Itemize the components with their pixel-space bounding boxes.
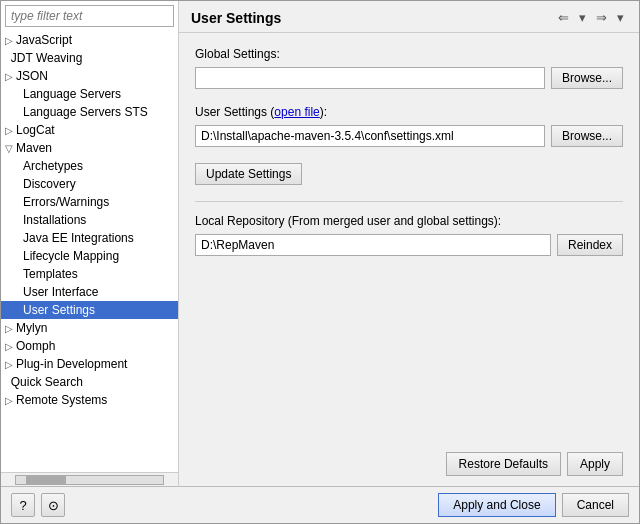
dialog-body: ▷ JavaScript JDT Weaving ▷ JSON Language… [1,1,639,486]
footer-row: ? ⊙ Apply and Close Cancel [1,486,639,523]
user-settings-section: User Settings (open file): Browse... [195,105,623,147]
sidebar-item-label: Plug-in Development [16,357,127,371]
sidebar-item-label: Quick Search [11,375,83,389]
sidebar-item-label: JavaScript [16,33,72,47]
arrow-icon: ▷ [5,323,13,334]
sidebar-item-installations[interactable]: Installations [1,211,178,229]
sidebar-item-javascript[interactable]: ▷ JavaScript [1,31,178,49]
sidebar-item-label: Language Servers [23,87,121,101]
horizontal-scrollbar[interactable] [1,472,178,486]
arrow-icon: ▷ [5,35,13,46]
user-settings-label-text: User Settings ( [195,105,274,119]
global-settings-row: Browse... [195,67,623,89]
sidebar-item-label: Installations [23,213,86,227]
scrollbar-thumb[interactable] [26,476,66,484]
bottom-actions: Restore Defaults Apply [179,446,639,486]
arrow-icon: ▷ [5,395,13,406]
sidebar-item-label: Mylyn [16,321,47,335]
sidebar-item-label: Java EE Integrations [23,231,134,245]
cancel-button[interactable]: Cancel [562,493,629,517]
user-settings-input[interactable] [195,125,545,147]
restore-defaults-button[interactable]: Restore Defaults [446,452,561,476]
sidebar-item-json[interactable]: ▷ JSON [1,67,178,85]
sidebar-item-templates[interactable]: Templates [1,265,178,283]
sidebar-item-oomph[interactable]: ▷ Oomph [1,337,178,355]
sidebar-item-label: Archetypes [23,159,83,173]
local-repo-label: Local Repository (From merged user and g… [195,214,623,228]
sidebar-item-label: Language Servers STS [23,105,148,119]
info-button[interactable]: ⊙ [41,493,65,517]
sidebar-item-label: Maven [16,141,52,155]
sidebar-item-label: Remote Systems [16,393,107,407]
arrow-icon [5,53,8,64]
dropdown-icon[interactable]: ▾ [576,9,589,26]
sidebar-item-lifecycle-mapping[interactable]: Lifecycle Mapping [1,247,178,265]
sidebar-item-plug-in-development[interactable]: ▷ Plug-in Development [1,355,178,373]
content-area: User Settings ⇐ ▾ ⇒ ▾ Global Settings: B… [179,1,639,486]
footer-left: ? ⊙ [11,493,65,517]
arrow-icon: ▽ [5,143,13,154]
content-header: User Settings ⇐ ▾ ⇒ ▾ [179,1,639,33]
sidebar-item-label: Templates [23,267,78,281]
sidebar-item-errors-warnings[interactable]: Errors/Warnings [1,193,178,211]
filter-input[interactable] [5,5,174,27]
sidebar-item-label: JSON [16,69,48,83]
sidebar-item-label: JDT Weaving [11,51,83,65]
sidebar-item-mylyn[interactable]: ▷ Mylyn [1,319,178,337]
sidebar-item-archetypes[interactable]: Archetypes [1,157,178,175]
global-settings-input[interactable] [195,67,545,89]
page-title: User Settings [191,10,281,26]
reindex-button[interactable]: Reindex [557,234,623,256]
sidebar-item-java-ee-integration[interactable]: Java EE Integrations [1,229,178,247]
separator [195,201,623,202]
arrow-icon: ▷ [5,71,13,82]
scrollbar-track [15,475,164,485]
arrow-icon: ▷ [5,125,13,136]
forward-icon[interactable]: ⇒ [593,9,610,26]
footer-right: Apply and Close Cancel [438,493,629,517]
sidebar-item-label: Lifecycle Mapping [23,249,119,263]
dialog-container: ▷ JavaScript JDT Weaving ▷ JSON Language… [0,0,640,524]
local-repo-row: Reindex [195,234,623,256]
sidebar-item-user-interface[interactable]: User Interface [1,283,178,301]
header-icons: ⇐ ▾ ⇒ ▾ [555,9,627,26]
sidebar-item-jdt-weaving[interactable]: JDT Weaving [1,49,178,67]
sidebar-item-label: Errors/Warnings [23,195,109,209]
browse-button-1[interactable]: Browse... [551,67,623,89]
local-repo-input[interactable] [195,234,551,256]
user-settings-row: Browse... [195,125,623,147]
sidebar-item-remote-systems[interactable]: ▷ Remote Systems [1,391,178,409]
sidebar-item-label: Discovery [23,177,76,191]
help-icon: ? [19,498,26,513]
open-file-link[interactable]: open file [274,105,319,119]
content-main: Global Settings: Browse... User Settings… [179,33,639,446]
sidebar-item-quick-search[interactable]: Quick Search [1,373,178,391]
sidebar-item-label: User Interface [23,285,98,299]
sidebar-item-label: Oomph [16,339,55,353]
back-icon[interactable]: ⇐ [555,9,572,26]
user-settings-label: User Settings (open file): [195,105,623,119]
sidebar-item-maven[interactable]: ▽ Maven [1,139,178,157]
user-settings-label-end: ): [320,105,327,119]
global-settings-section: Global Settings: Browse... [195,47,623,89]
arrow-icon [5,377,8,388]
help-button[interactable]: ? [11,493,35,517]
apply-close-button[interactable]: Apply and Close [438,493,555,517]
sidebar: ▷ JavaScript JDT Weaving ▷ JSON Language… [1,1,179,486]
apply-button[interactable]: Apply [567,452,623,476]
arrow-icon: ▷ [5,341,13,352]
info-icon: ⊙ [48,498,59,513]
browse-button-2[interactable]: Browse... [551,125,623,147]
sidebar-item-language-servers-sts[interactable]: Language Servers STS [1,103,178,121]
sidebar-item-label: LogCat [16,123,55,137]
update-settings-button[interactable]: Update Settings [195,163,302,185]
global-settings-label: Global Settings: [195,47,623,61]
sidebar-item-user-settings[interactable]: User Settings [1,301,178,319]
sidebar-item-logcat[interactable]: ▷ LogCat [1,121,178,139]
sidebar-item-language-servers[interactable]: Language Servers [1,85,178,103]
tree-area: ▷ JavaScript JDT Weaving ▷ JSON Language… [1,31,178,472]
more-icon[interactable]: ▾ [614,9,627,26]
arrow-icon: ▷ [5,359,13,370]
sidebar-item-label: User Settings [23,303,95,317]
sidebar-item-discovery[interactable]: Discovery [1,175,178,193]
